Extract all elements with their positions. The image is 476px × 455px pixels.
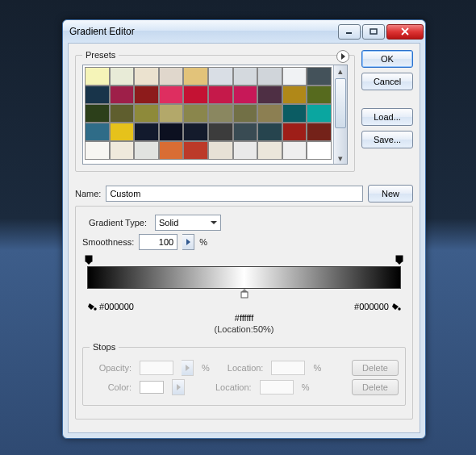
preset-swatch[interactable] (307, 86, 332, 104)
gradient-type-label: Gradient Type: (89, 218, 147, 228)
presets-area: ▴ ▾ (82, 65, 348, 165)
preset-swatch[interactable] (134, 141, 159, 160)
svg-point-9 (398, 307, 400, 310)
preset-swatch[interactable] (110, 104, 135, 123)
maximize-button[interactable] (362, 24, 385, 40)
preset-swatch[interactable] (233, 104, 258, 123)
preset-swatch[interactable] (257, 104, 282, 123)
preset-swatch[interactable] (257, 141, 282, 160)
gradient-type-select[interactable]: Solid (155, 215, 221, 231)
chevron-right-icon (186, 365, 190, 371)
name-label: Name: (75, 189, 101, 198)
gradient-type-value: Solid (159, 218, 178, 228)
load-button[interactable]: Load... (361, 108, 413, 126)
minimize-button[interactable] (338, 24, 361, 40)
ok-button[interactable]: OK (361, 50, 413, 68)
preset-swatch[interactable] (183, 86, 208, 104)
mid-location-label: (Location:50%) (215, 324, 274, 334)
preset-swatch[interactable] (159, 86, 184, 104)
preset-swatch[interactable] (307, 104, 332, 123)
chevron-down-icon (211, 221, 217, 224)
color-label: Color: (90, 382, 132, 392)
gradient-labels: #000000 #000000 #ffffff (Location:50%) (87, 302, 401, 324)
preset-swatch[interactable] (257, 86, 282, 104)
presets-scrollbar[interactable]: ▴ ▾ (333, 65, 347, 164)
smoothness-input[interactable]: 100 (139, 234, 177, 250)
name-value: Custom (110, 189, 140, 198)
preset-swatch[interactable] (282, 86, 307, 104)
preset-swatch[interactable] (307, 123, 332, 141)
preset-swatch[interactable] (85, 123, 110, 141)
opacity-stop-left[interactable] (85, 255, 93, 265)
opacity-input (140, 361, 173, 375)
opacity-loc-percent: % (313, 363, 321, 373)
preset-swatch[interactable] (257, 67, 282, 86)
preset-swatch[interactable] (183, 141, 208, 160)
preset-swatch[interactable] (233, 86, 258, 104)
preset-swatch[interactable] (282, 104, 307, 123)
presets-menu-button[interactable] (336, 50, 349, 63)
preset-swatch[interactable] (208, 86, 233, 104)
preset-swatch[interactable] (208, 104, 233, 123)
preset-swatch[interactable] (183, 67, 208, 86)
preset-swatch[interactable] (233, 123, 258, 141)
preset-swatch[interactable] (307, 141, 332, 160)
opacity-stop-right[interactable] (395, 255, 403, 265)
preset-swatch[interactable] (183, 104, 208, 123)
new-button[interactable]: New (368, 185, 413, 202)
window-title: Gradient Editor (69, 26, 336, 37)
preset-swatch[interactable] (85, 67, 110, 86)
preset-swatch[interactable] (134, 67, 159, 86)
preset-swatch[interactable] (134, 123, 159, 141)
preset-swatch[interactable] (208, 67, 233, 86)
preset-swatch[interactable] (110, 86, 135, 104)
preset-swatch[interactable] (233, 141, 258, 160)
dialog-body: Presets ▴ ▾ OK Cancel Load... Save... (68, 43, 420, 433)
close-button[interactable] (386, 24, 424, 40)
preset-swatch[interactable] (85, 86, 110, 104)
name-input[interactable]: Custom (106, 186, 363, 202)
play-icon (341, 53, 345, 60)
chevron-right-icon (177, 384, 181, 390)
scroll-down-icon[interactable]: ▾ (334, 152, 347, 164)
titlebar[interactable]: Gradient Editor (63, 20, 425, 43)
opacity-stepper (182, 360, 194, 376)
preset-swatch[interactable] (282, 67, 307, 86)
presets-grid[interactable] (83, 65, 333, 164)
preset-swatch[interactable] (307, 67, 332, 86)
color-picker-button (172, 379, 185, 395)
preset-swatch[interactable] (183, 123, 208, 141)
preset-swatch[interactable] (110, 67, 135, 86)
svg-rect-0 (346, 32, 352, 34)
preset-swatch[interactable] (159, 67, 184, 86)
preset-swatch[interactable] (159, 123, 184, 141)
save-button[interactable]: Save... (361, 131, 413, 148)
scroll-thumb[interactable] (335, 78, 346, 128)
preset-swatch[interactable] (282, 141, 307, 160)
preset-swatch[interactable] (134, 86, 159, 104)
svg-marker-5 (396, 261, 403, 265)
color-stop-mid[interactable] (240, 289, 248, 300)
color-stops-track[interactable] (82, 289, 406, 300)
svg-rect-1 (370, 29, 377, 34)
preset-swatch[interactable] (85, 104, 110, 123)
preset-swatch[interactable] (257, 123, 282, 141)
preset-swatch[interactable] (208, 141, 233, 160)
cancel-button[interactable]: Cancel (361, 73, 413, 90)
preset-swatch[interactable] (282, 123, 307, 141)
right-hex-label: #000000 (354, 302, 401, 313)
preset-swatch[interactable] (159, 104, 184, 123)
preset-swatch[interactable] (85, 141, 110, 160)
preset-swatch[interactable] (159, 141, 184, 160)
opacity-stops-track[interactable] (82, 255, 406, 266)
opacity-location-label: Location: (228, 363, 264, 373)
gradient-bar[interactable] (87, 266, 401, 289)
color-location-input (260, 380, 294, 394)
preset-swatch[interactable] (110, 141, 135, 160)
scroll-up-icon[interactable]: ▴ (334, 65, 347, 77)
preset-swatch[interactable] (134, 104, 159, 123)
smoothness-stepper[interactable] (182, 234, 194, 250)
preset-swatch[interactable] (208, 123, 233, 141)
preset-swatch[interactable] (233, 67, 258, 86)
preset-swatch[interactable] (110, 123, 135, 141)
